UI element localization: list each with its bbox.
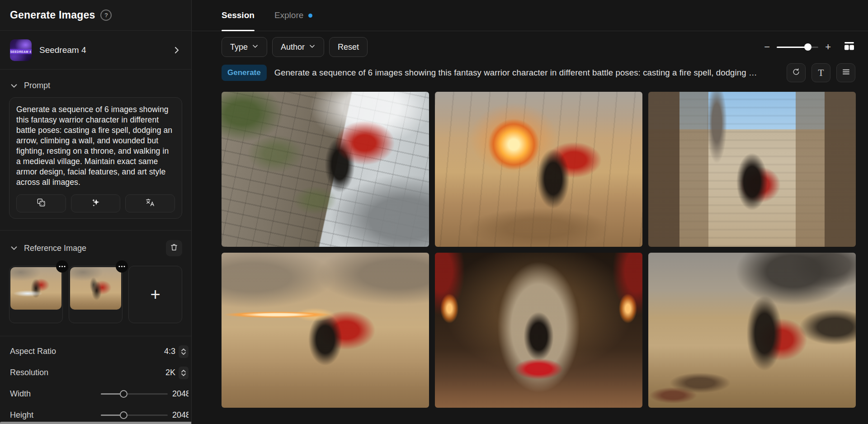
reset-label: Reset [338,42,359,52]
zoom-out-button[interactable]: − [764,42,770,52]
main-panel: Session Explore Type Author Reset [192,0,868,424]
refresh-icon [792,67,801,78]
plus-icon: + [129,266,182,323]
generation-prompt-summary[interactable]: Generate a sequence of 6 images showing … [274,68,779,78]
notification-dot [308,14,312,18]
page-title: Generate Images [10,9,95,21]
prompt-section-label: Prompt [24,81,50,90]
horizontal-scrollbar[interactable] [0,422,192,424]
slider-fill [777,47,808,48]
aspect-ratio-stepper[interactable] [179,345,189,358]
delete-references-button[interactable] [166,240,182,256]
add-reference-button[interactable]: + [128,266,182,323]
text-icon: T [818,67,824,79]
enhance-prompt-button[interactable] [71,194,121,212]
regenerate-button[interactable] [787,63,806,82]
model-name: Seedream 4 [39,45,165,55]
author-filter-label: Author [281,42,305,52]
resolution-label: Resolution [10,368,165,377]
list-view-button[interactable] [836,63,855,82]
reference-thumbnails: + [0,256,191,336]
height-label: Height [10,410,101,420]
type-filter-label: Type [230,42,248,52]
aspect-ratio-row: Aspect Ratio 4:3 [0,341,191,362]
slider-knob[interactable] [120,411,127,419]
generated-image-1[interactable] [222,92,429,247]
trash-icon [170,243,179,254]
resolution-stepper[interactable] [179,367,189,379]
reference-thumbnail-2[interactable] [69,266,123,323]
width-slider[interactable] [101,390,168,398]
grid-layout-button[interactable] [843,40,855,54]
width-value: 2048 [172,389,189,399]
prompt-section-header[interactable]: Prompt [0,70,191,90]
zoom-in-button[interactable]: + [825,42,831,52]
chevron-down-icon [252,42,259,52]
generated-image-2[interactable] [435,92,642,247]
model-thumbnail: SEEDREAM 4 [10,39,32,61]
generated-image-5[interactable] [435,253,642,408]
type-filter-button[interactable]: Type [222,37,267,57]
tab-session[interactable]: Session [222,0,255,31]
width-label: Width [10,389,101,399]
tab-explore-label: Explore [274,10,303,20]
random-prompt-button[interactable] [16,194,66,212]
generated-image-4[interactable] [222,253,429,408]
reference-2-more-button[interactable] [116,260,128,273]
slider-knob[interactable] [804,43,811,51]
grid-layout-icon [843,40,855,54]
height-value: 2048 [172,410,189,420]
reference-section-header[interactable]: Reference Image [0,231,191,256]
filter-toolbar: Type Author Reset − [192,31,868,57]
width-row: Width 2048 [0,383,191,405]
resolution-value: 2K [165,368,175,377]
reference-image-2[interactable] [70,267,121,310]
generation-params: Aspect Ratio 4:3 Resolution 2K Width [0,336,191,424]
height-slider[interactable] [101,411,168,419]
more-options-icon [121,266,123,267]
prompt-section: Prompt Generate a sequence of 6 images s… [0,70,191,231]
menu-icon [842,69,850,77]
generate-badge[interactable]: Generate [222,65,267,81]
reference-1-more-button[interactable] [56,260,68,273]
generated-image-3[interactable] [648,92,856,247]
settings-sidebar: Generate Images ? SEEDREAM 4 Seedream 4 … [0,0,192,424]
prompt-text[interactable]: Generate a sequence of 6 images showing … [16,104,175,188]
aspect-ratio-value: 4:3 [164,347,175,356]
model-selector[interactable]: SEEDREAM 4 Seedream 4 [0,31,191,70]
generation-entry-row[interactable]: Generate Generate a sequence of 6 images… [192,57,868,82]
generated-image-6[interactable] [648,253,856,408]
resolution-row: Resolution 2K [0,362,191,383]
text-view-button[interactable]: T [811,63,830,82]
more-options-icon [61,266,63,267]
height-row: Height 2048 [0,405,191,424]
reference-image-section: Reference Image [0,231,191,336]
translate-prompt-button[interactable] [125,194,175,212]
author-filter-button[interactable]: Author [272,37,324,57]
size-slider[interactable] [777,43,818,51]
model-thumbnail-label: SEEDREAM 4 [10,49,32,54]
slider-knob[interactable] [120,390,127,398]
reference-thumbnail-1[interactable] [9,266,63,323]
sparkles-icon [91,198,101,209]
chevron-down-icon [10,244,18,252]
reference-section-label: Reference Image [24,244,86,253]
aspect-ratio-label: Aspect Ratio [10,347,164,356]
chevron-down-icon [10,82,18,90]
translate-icon [145,198,155,209]
sidebar-header: Generate Images ? [0,0,191,31]
reference-image-1[interactable] [10,267,61,310]
help-icon[interactable]: ? [100,9,112,21]
view-tabs: Session Explore [192,0,868,31]
reset-filters-button[interactable]: Reset [329,37,368,57]
dice-icon [36,198,46,209]
prompt-toolbar [16,194,175,212]
tab-explore[interactable]: Explore [274,0,312,31]
generated-images-grid [222,92,855,408]
prompt-editor[interactable]: Generate a sequence of 6 images showing … [9,97,182,219]
tab-session-label: Session [222,10,255,20]
thumbnail-size-control: − + [764,40,855,54]
chevron-right-icon [172,46,181,55]
app-window: Generate Images ? SEEDREAM 4 Seedream 4 … [0,0,868,424]
chevron-down-icon [309,42,316,52]
